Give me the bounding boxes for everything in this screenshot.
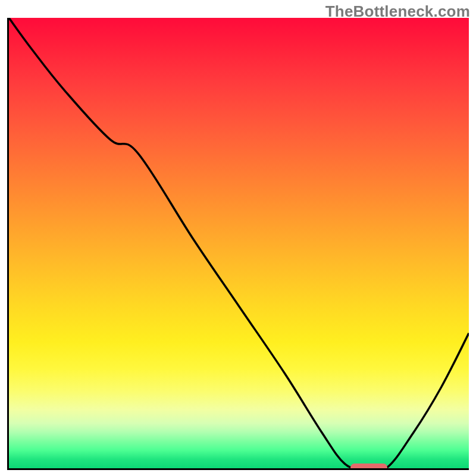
bottleneck-curve xyxy=(9,18,469,468)
plot-area xyxy=(7,18,469,470)
curve-svg xyxy=(9,18,469,468)
bottleneck-chart: TheBottleneck.com xyxy=(0,0,476,476)
optimal-marker xyxy=(350,464,387,470)
